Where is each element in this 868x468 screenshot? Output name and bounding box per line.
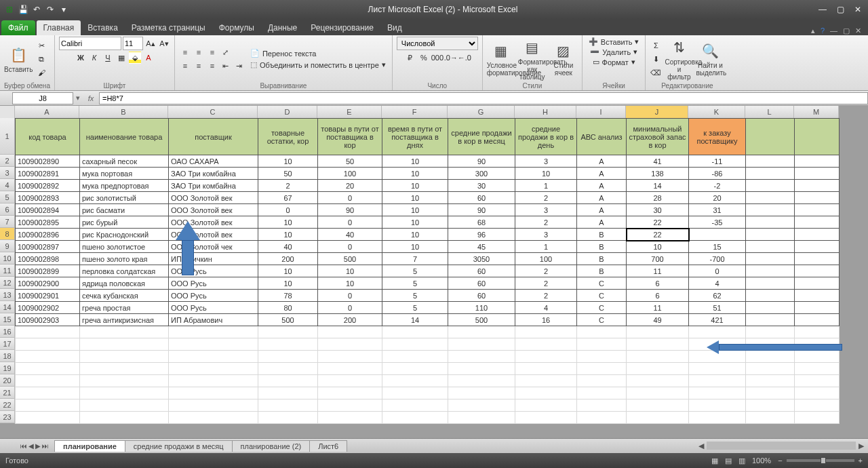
cell[interactable] [16, 399, 80, 412]
row-head-10[interactable]: 10 [0, 252, 15, 265]
col-head-J[interactable]: J [626, 106, 688, 118]
cell[interactable] [689, 229, 746, 241]
cell[interactable] [515, 363, 577, 375]
cell[interactable] [448, 326, 515, 338]
cell[interactable] [746, 387, 795, 399]
cell[interactable]: 200 [318, 314, 382, 326]
cell[interactable]: A [577, 216, 627, 229]
cell[interactable] [169, 375, 258, 387]
zoom-out-button[interactable]: − [778, 456, 782, 465]
sheet-tab-2[interactable]: средние продажи в месяц [125, 440, 233, 452]
cell[interactable]: 67 [258, 192, 318, 204]
cell[interactable] [258, 326, 318, 338]
cell[interactable] [746, 314, 795, 326]
col-head-C[interactable]: C [168, 106, 258, 118]
sheet-nav-prev-icon[interactable]: ◀ [28, 442, 34, 450]
copy-icon[interactable]: ⧉ [35, 53, 47, 65]
cell[interactable]: 10 [258, 265, 318, 277]
cell[interactable]: 0 [689, 265, 746, 277]
tab-formulas[interactable]: Формулы [212, 20, 261, 35]
cell[interactable]: 45 [448, 241, 515, 253]
cell[interactable] [577, 399, 627, 412]
cell[interactable] [746, 180, 795, 192]
cell[interactable]: 68 [448, 216, 515, 229]
clear-icon[interactable]: ⌫ [650, 66, 662, 79]
cell[interactable] [577, 351, 627, 363]
col-head-L[interactable]: L [745, 106, 794, 118]
align-top-icon[interactable]: ≡ [179, 46, 191, 58]
cell[interactable] [627, 326, 689, 338]
format-as-table-button[interactable]: ▤Форматировать как таблицу [518, 38, 547, 81]
cell[interactable]: 16 [515, 314, 577, 326]
cell[interactable] [515, 338, 577, 351]
cell[interactable]: 4 [515, 302, 577, 314]
cell[interactable] [746, 204, 795, 216]
cell[interactable]: ЗАО Три комбайна [169, 180, 258, 192]
italic-button[interactable]: К [88, 52, 100, 64]
cell[interactable]: сечка кубанская [80, 290, 169, 302]
sheet-nav-last-icon[interactable]: ⏭ [42, 442, 49, 450]
cell[interactable] [795, 412, 840, 424]
cell[interactable] [627, 351, 689, 363]
cell[interactable]: 62 [689, 290, 746, 302]
conditional-format-button[interactable]: ▦Условное форматирование [487, 41, 515, 77]
cell[interactable]: 0 [258, 204, 318, 216]
tab-file[interactable]: Файл [1, 20, 35, 35]
cell[interactable]: 3 [515, 155, 577, 168]
cell[interactable]: 1009002897 [16, 241, 80, 253]
cell[interactable]: 6 [627, 290, 689, 302]
cell[interactable] [80, 326, 169, 338]
cell[interactable]: 90 [448, 155, 515, 168]
cell[interactable]: 10 [382, 241, 448, 253]
cell[interactable]: 3 [515, 229, 577, 241]
cell[interactable] [746, 168, 795, 180]
row-head-22[interactable]: 22 [0, 399, 15, 411]
cell[interactable] [318, 387, 382, 399]
cell[interactable] [795, 155, 840, 168]
cell[interactable]: -86 [689, 168, 746, 180]
cell[interactable]: 2 [515, 277, 577, 290]
cell[interactable]: 2 [515, 192, 577, 204]
cell[interactable]: 11 [627, 265, 689, 277]
doc-restore-icon[interactable]: ▢ [843, 26, 850, 35]
cell[interactable]: 500 [258, 314, 318, 326]
cell[interactable]: C [577, 302, 627, 314]
cell[interactable]: 110 [448, 302, 515, 314]
col-head-K[interactable]: K [688, 106, 745, 118]
paste-button[interactable]: 📋 Вставить [4, 45, 33, 73]
cell[interactable] [515, 399, 577, 412]
row-head-17[interactable]: 17 [0, 338, 15, 350]
cell[interactable] [795, 326, 840, 338]
cell[interactable]: 60 [448, 290, 515, 302]
cell[interactable] [577, 412, 627, 424]
cell[interactable] [169, 412, 258, 424]
cell[interactable]: рис Краснодонский [80, 229, 169, 241]
tab-data[interactable]: Данные [261, 20, 304, 35]
cell[interactable] [746, 241, 795, 253]
cell[interactable]: ядрица половская [80, 277, 169, 290]
cell[interactable]: 15 [689, 241, 746, 253]
cell[interactable] [795, 375, 840, 387]
cell[interactable]: 1009002902 [16, 302, 80, 314]
cell[interactable] [689, 326, 746, 338]
cell[interactable] [258, 363, 318, 375]
cell[interactable] [795, 265, 840, 277]
cell[interactable]: A [577, 155, 627, 168]
row-head-20[interactable]: 20 [0, 374, 15, 387]
cell[interactable] [689, 363, 746, 375]
cell[interactable]: перловка солдатская [80, 265, 169, 277]
cell[interactable]: 10 [382, 155, 448, 168]
cell[interactable] [448, 338, 515, 351]
align-middle-icon[interactable]: ≡ [193, 46, 205, 58]
sheet-tab-4[interactable]: Лист6 [309, 440, 347, 452]
cell[interactable] [795, 204, 840, 216]
cell[interactable] [318, 399, 382, 412]
row-head-1[interactable]: 1 [0, 118, 15, 155]
cell[interactable]: 22 [627, 216, 689, 229]
cell[interactable]: 5 [382, 277, 448, 290]
cell[interactable]: A [577, 192, 627, 204]
cell[interactable]: 51 [689, 302, 746, 314]
sort-filter-button[interactable]: ⇅Сортировка и фильтр [665, 38, 693, 81]
cell[interactable] [515, 375, 577, 387]
format-painter-icon[interactable]: 🖌 [35, 66, 47, 79]
